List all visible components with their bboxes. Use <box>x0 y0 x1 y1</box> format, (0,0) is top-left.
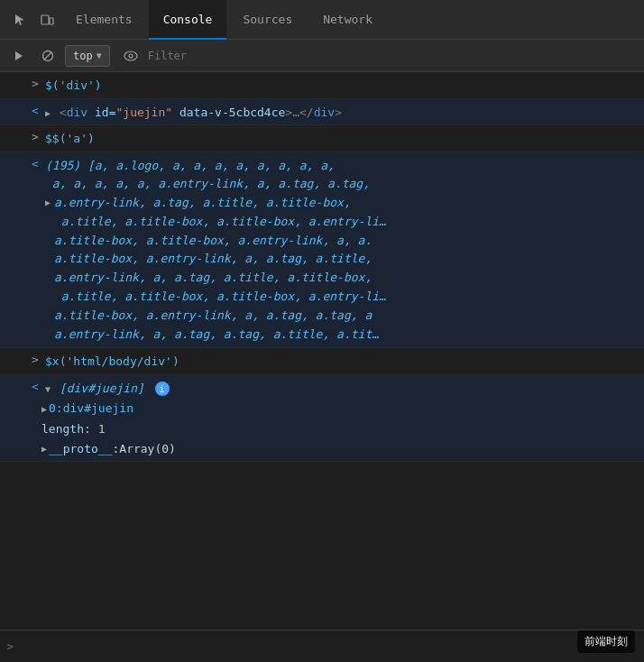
chevron-down-icon: ▼ <box>97 51 102 60</box>
tab-network[interactable]: Network <box>308 0 387 40</box>
line-content-1: $('div') <box>41 74 644 97</box>
eye-icon[interactable] <box>119 44 143 68</box>
svg-line-4 <box>44 51 52 60</box>
line-gutter <box>0 101 29 106</box>
svg-point-6 <box>129 54 133 58</box>
console-output: > $('div') < ▶ <div id="juejin" data-v-5… <box>0 72 644 626</box>
console-input[interactable] <box>16 638 640 655</box>
cursor-tool-icon[interactable] <box>7 7 32 32</box>
prompt-arrow: > <box>4 640 16 653</box>
console-prompt: > <box>0 630 644 662</box>
svg-marker-2 <box>15 51 23 60</box>
console-line: > $x('html/body/div') <box>0 348 644 375</box>
devtools-toolbar: Elements Console Sources Network <box>0 0 644 40</box>
line-content-5: $x('html/body/div') <box>41 350 644 372</box>
line-gutter <box>0 154 29 159</box>
input-arrow: > <box>29 350 41 366</box>
context-label: top <box>73 50 93 62</box>
filter-input[interactable] <box>148 50 637 62</box>
svg-rect-0 <box>41 15 49 24</box>
context-selector[interactable]: top ▼ <box>65 45 110 67</box>
output-arrow: < <box>29 154 41 170</box>
expand-arrow[interactable]: ▶ <box>45 108 51 118</box>
svg-rect-1 <box>50 18 53 24</box>
console-line: > $$('a') <box>0 125 644 152</box>
input-arrow: > <box>29 74 41 90</box>
output-arrow: < <box>29 101 41 117</box>
tree-root-arrow[interactable]: ▼ <box>45 384 51 394</box>
line-content-2: ▶ <div id="juejin" data-v-5cbcd4ce>…</di… <box>41 101 644 124</box>
line-content-3: $$('a') <box>41 127 644 150</box>
tab-elements[interactable]: Elements <box>61 0 147 40</box>
tab-sources[interactable]: Sources <box>228 0 307 40</box>
line-content-6: ▼ [div#juejin] i <box>41 377 644 400</box>
array-expand-arrow[interactable]: ▶ <box>45 196 51 210</box>
item0-arrow[interactable]: ▶ <box>41 401 47 417</box>
line-gutter <box>0 127 29 132</box>
device-toggle-icon[interactable] <box>34 7 60 32</box>
console-line: > $('div') <box>0 72 644 99</box>
input-arrow: > <box>29 127 41 143</box>
output-arrow: < <box>29 377 41 393</box>
console-line: < ▶ <div id="juejin" data-v-5cbcd4ce>…</… <box>0 99 644 126</box>
proto-arrow[interactable]: ▶ <box>41 441 47 456</box>
svg-point-5 <box>124 51 137 60</box>
watermark: 前端时刻 <box>577 630 635 653</box>
tree-children: ▶ 0: div#juejin length: 1 ▶ __proto__: A… <box>0 399 644 458</box>
line-gutter <box>0 377 29 382</box>
info-icon[interactable]: i <box>155 382 170 396</box>
console-toolbar: top ▼ <box>0 40 644 72</box>
block-icon[interactable] <box>36 44 60 68</box>
console-line: < (195) [a, a.logo, a, a, a, a, a, a, a,… <box>0 152 644 349</box>
console-line: < ▼ [div#juejin] i ▶ 0: div#juejin lengt… <box>0 375 644 462</box>
line-gutter <box>0 74 29 78</box>
play-icon[interactable] <box>7 44 31 68</box>
line-gutter <box>0 350 29 354</box>
line-content-4: (195) [a, a.logo, a, a, a, a, a, a, a, a… <box>41 154 644 346</box>
tab-console[interactable]: Console <box>149 0 227 40</box>
